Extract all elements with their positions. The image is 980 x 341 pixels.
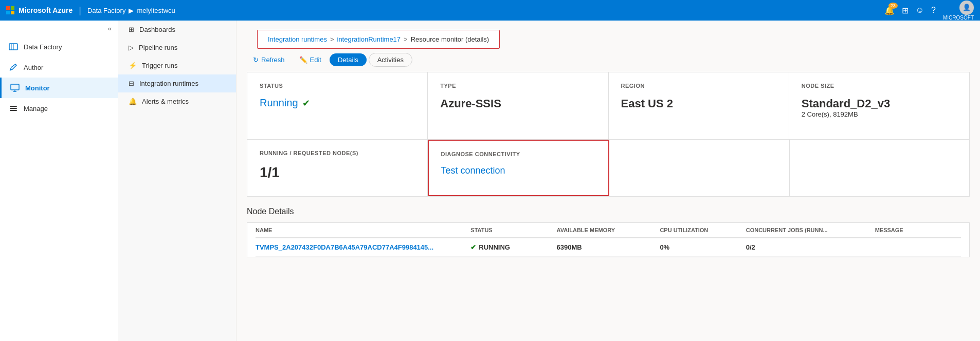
integration-icon: ⊟ xyxy=(129,80,134,87)
notifications-button[interactable]: 🔔 23 xyxy=(884,6,895,15)
cards-row-2: RUNNING / REQUESTED NODE(S) 1/1 DIAGNOSE… xyxy=(247,140,970,197)
breadcrumb: Integration runtimes > integrationRuntim… xyxy=(257,30,500,49)
ms-squares-icon xyxy=(6,6,14,14)
app-layout: « Data Factory Author Monitor Manage xyxy=(0,21,980,341)
row-status-check-icon: ✔ xyxy=(470,243,476,251)
sidebar-item-label: Monitor xyxy=(25,84,50,92)
type-label: TYPE xyxy=(440,83,595,89)
empty-card-2 xyxy=(790,140,970,196)
main-content: Integration runtimes > integrationRuntim… xyxy=(237,21,980,341)
top-bar-right: 🔔 23 ⊞ ☺ ? 👤 MICROSOFT xyxy=(884,1,974,21)
region-value: East US 2 xyxy=(621,97,776,110)
feedback-button[interactable]: ☺ xyxy=(916,6,924,15)
svg-rect-4 xyxy=(10,110,17,111)
subnav-dashboards[interactable]: ⊞ Dashboards xyxy=(118,21,236,39)
sidebar-item-monitor[interactable]: Monitor xyxy=(0,78,118,98)
region-card: REGION East US 2 xyxy=(609,72,789,139)
status-check-icon: ✔ xyxy=(302,98,310,109)
col-header-memory: AVAILABLE MEMORY xyxy=(557,227,660,233)
test-connection-link[interactable]: Test connection xyxy=(441,165,596,176)
breadcrumb-sep-1: > xyxy=(330,35,334,43)
breadcrumb-link-2[interactable]: integrationRuntime17 xyxy=(337,35,401,43)
sidebar-item-author[interactable]: Author xyxy=(0,57,118,78)
brand-text: Microsoft Azure xyxy=(19,6,72,14)
col-header-name: NAME xyxy=(256,227,470,233)
status-card: STATUS Running ✔ xyxy=(247,72,428,139)
nodes-label: RUNNING / REQUESTED NODE(S) xyxy=(260,150,415,156)
top-nav-factory[interactable]: Data Factory xyxy=(87,7,125,14)
row-name[interactable]: tvmps_2a207432f0da7b6a45a79acd77a4f99841… xyxy=(256,243,470,251)
diagnose-card: DIAGNOSE CONNECTIVITY Test connection xyxy=(428,140,610,196)
top-bar-separator: | xyxy=(79,5,81,16)
manage-icon xyxy=(8,103,19,113)
portal-button[interactable]: ⊞ xyxy=(902,6,909,15)
monitor-icon xyxy=(10,83,20,93)
subnav-trigger-runs[interactable]: ⚡ Trigger runs xyxy=(118,56,236,74)
cards-row-1: STATUS Running ✔ TYPE Azure-SSIS REGION … xyxy=(247,72,970,140)
breadcrumb-link-1[interactable]: Integration runtimes xyxy=(268,35,327,43)
node-size-line2: 2 Core(s), 8192MB xyxy=(802,110,957,118)
sub-nav: ⊞ Dashboards ▷ Pipeline runs ⚡ Trigger r… xyxy=(118,21,237,341)
node-details-section: Node Details NAME STATUS AVAILABLE MEMOR… xyxy=(247,207,970,257)
row-memory: 6390MB xyxy=(557,243,660,251)
sidebar-item-label: Data Factory xyxy=(24,43,62,51)
node-size-card: NODE SIZE Standard_D2_v3 2 Core(s), 8192… xyxy=(789,72,969,139)
status-row: Running ✔ xyxy=(260,97,415,109)
help-button[interactable]: ? xyxy=(931,6,936,15)
subnav-alerts[interactable]: 🔔 Alerts & metrics xyxy=(118,92,236,110)
subnav-label: Dashboards xyxy=(139,26,175,33)
sidebar-item-label: Author xyxy=(24,64,43,71)
toolbar: ↻ Refresh ✏️ Edit Details Activities xyxy=(237,53,980,72)
refresh-button[interactable]: ↻ Refresh xyxy=(247,53,291,66)
breadcrumb-sep-2: > xyxy=(404,35,408,43)
edit-icon: ✏️ xyxy=(299,56,307,64)
top-bar: Microsoft Azure | Data Factory ▶ meiylte… xyxy=(0,0,980,21)
subnav-pipeline-runs[interactable]: ▷ Pipeline runs xyxy=(118,39,236,56)
row-status: ✔ Running xyxy=(470,243,556,251)
subnav-integration-runtimes[interactable]: ⊟ Integration runtimes xyxy=(118,74,236,92)
feedback-icon: ☺ xyxy=(916,6,924,14)
notification-badge: 23 xyxy=(888,3,898,9)
nodes-value: 1/1 xyxy=(260,164,415,181)
table-row: tvmps_2a207432f0da7b6a45a79acd77a4f99841… xyxy=(256,238,961,257)
help-icon: ? xyxy=(931,6,936,14)
portal-icon: ⊞ xyxy=(902,6,909,15)
collapse-button[interactable]: « xyxy=(0,21,118,36)
subnav-label: Trigger runs xyxy=(142,62,178,69)
sidebar-item-label: Manage xyxy=(24,105,48,112)
subnav-label: Integration runtimes xyxy=(139,80,198,87)
data-factory-icon xyxy=(8,42,19,52)
svg-rect-3 xyxy=(10,108,17,109)
user-info[interactable]: 👤 MICROSOFT xyxy=(943,1,974,21)
empty-card-1 xyxy=(609,140,790,196)
details-tab[interactable]: Details xyxy=(330,53,367,66)
subnav-label: Pipeline runs xyxy=(139,44,177,51)
activities-tab[interactable]: Activities xyxy=(369,53,412,67)
user-label: MICROSOFT xyxy=(943,15,974,21)
pipeline-icon: ▷ xyxy=(129,44,134,51)
row-status-label: Running xyxy=(479,243,510,251)
nodes-card: RUNNING / REQUESTED NODE(S) 1/1 xyxy=(247,140,428,196)
status-label: STATUS xyxy=(260,83,415,89)
refresh-label: Refresh xyxy=(261,56,285,64)
node-size-label: NODE SIZE xyxy=(802,83,957,89)
trigger-icon: ⚡ xyxy=(129,62,137,69)
alerts-icon: 🔔 xyxy=(129,98,137,105)
edit-button[interactable]: ✏️ Edit xyxy=(293,53,328,66)
region-label: REGION xyxy=(621,83,776,89)
details-tab-label: Details xyxy=(338,56,358,64)
type-value: Azure-SSIS xyxy=(440,97,595,110)
status-value: Running xyxy=(260,97,298,109)
activities-tab-label: Activities xyxy=(377,56,404,64)
top-nav-instance[interactable]: meiyltestwcu xyxy=(137,7,175,14)
breadcrumb-current: Resource monitor (details) xyxy=(411,35,489,43)
sidebar: « Data Factory Author Monitor Manage xyxy=(0,21,118,341)
top-bar-nav: Data Factory ▶ meiyltestwcu xyxy=(87,7,175,14)
col-header-cpu: CPU UTILIZATION xyxy=(660,227,746,233)
user-avatar: 👤 xyxy=(959,1,974,15)
sidebar-item-manage[interactable]: Manage xyxy=(0,98,118,119)
brand: Microsoft Azure xyxy=(6,6,72,14)
refresh-icon: ↻ xyxy=(253,56,259,64)
diagnose-label: DIAGNOSE CONNECTIVITY xyxy=(441,151,596,157)
sidebar-item-data-factory[interactable]: Data Factory xyxy=(0,36,118,57)
